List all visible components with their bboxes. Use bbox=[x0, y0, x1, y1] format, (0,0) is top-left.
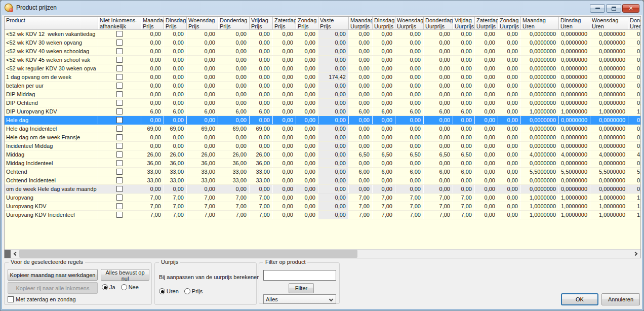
grid-cell[interactable]: 0,00 bbox=[395, 176, 424, 184]
grid-cell[interactable]: 0,00 bbox=[164, 82, 187, 90]
grid-cell[interactable]: 0,00 bbox=[141, 142, 164, 150]
weekend-checkbox[interactable] bbox=[8, 296, 14, 302]
grid-cell[interactable]: 0,00 bbox=[187, 38, 218, 47]
grid-cell[interactable]: 0,00 bbox=[250, 64, 273, 72]
column-header[interactable]: WoensdagUurprijs bbox=[395, 17, 424, 29]
grid-cell[interactable]: 0,00 bbox=[475, 107, 498, 115]
grid-cell[interactable]: 0,00 bbox=[475, 159, 498, 167]
grid-cell[interactable]: 0,0000000 bbox=[559, 30, 590, 38]
grid-cell[interactable]: 0,00 bbox=[395, 73, 424, 81]
grid-cell[interactable]: 0,0000000 bbox=[628, 82, 640, 90]
grid-cell[interactable]: 7,00 bbox=[424, 202, 453, 210]
grid-cell[interactable]: 0,00 bbox=[349, 176, 373, 184]
grid-cell[interactable]: 0,00 bbox=[141, 99, 164, 107]
row-checkbox[interactable] bbox=[116, 83, 123, 89]
grid-cell[interactable]: 0,0000000 bbox=[521, 133, 559, 141]
grid-cell[interactable]: 0,00 bbox=[373, 56, 395, 64]
grid-cell[interactable]: 1,0000000 bbox=[559, 193, 590, 202]
grid-cell[interactable]: 0,00 bbox=[349, 185, 373, 193]
grid-cell[interactable]: 0,00 bbox=[164, 30, 187, 38]
table-row[interactable]: Hele dag Incidenteel69,0069,0069,0069,00… bbox=[5, 125, 640, 133]
grid-cell[interactable]: 0,00 bbox=[187, 73, 218, 81]
grid-cell[interactable]: 0,0000000 bbox=[628, 47, 640, 55]
grid-cell[interactable]: 0,00 bbox=[424, 116, 453, 124]
grid-cell[interactable]: 0,00 bbox=[373, 116, 395, 124]
grid-cell[interactable]: 0,00 bbox=[349, 159, 373, 167]
table-row[interactable]: Middag Incidenteel36,0036,0036,0036,0036… bbox=[5, 159, 640, 168]
grid-cell[interactable]: 0,00 bbox=[164, 116, 187, 124]
grid-cell[interactable]: 0,00 bbox=[318, 56, 349, 64]
grid-cell[interactable]: 0,00 bbox=[318, 107, 349, 115]
grid-cell[interactable]: 0,00 bbox=[395, 99, 424, 107]
grid-cell[interactable]: 0,00 bbox=[453, 99, 475, 107]
grid-cell[interactable]: 0,0000000 bbox=[521, 90, 559, 98]
grid-cell[interactable]: 36,00 bbox=[187, 159, 218, 167]
grid-cell[interactable]: 0,00 bbox=[318, 202, 349, 210]
grid-cell[interactable]: 0,00 bbox=[395, 47, 424, 55]
grid-cell[interactable]: 0,00 bbox=[498, 133, 521, 141]
grid-cell[interactable]: 69,00 bbox=[250, 125, 273, 133]
row-checkbox[interactable] bbox=[116, 177, 123, 183]
grid-cell[interactable]: 0,00 bbox=[424, 82, 453, 90]
grid-cell[interactable]: 0,00 bbox=[141, 56, 164, 64]
grid-cell[interactable]: 0,0000000 bbox=[521, 176, 559, 184]
product-cell[interactable]: Uuropvang KDV bbox=[5, 202, 98, 210]
grid-cell[interactable]: 0,00 bbox=[498, 159, 521, 167]
grid-cell[interactable]: 0,00 bbox=[187, 56, 218, 64]
grid-cell[interactable]: 0,00 bbox=[475, 73, 498, 81]
grid-cell[interactable]: 7,00 bbox=[349, 202, 373, 210]
grid-cell[interactable]: 0,00 bbox=[250, 133, 273, 141]
grid-cell[interactable]: 5,5000000 bbox=[628, 168, 640, 176]
grid-cell[interactable]: 0,0000000 bbox=[559, 133, 590, 141]
grid-cell[interactable]: 0,0000000 bbox=[521, 82, 559, 90]
grid-cell[interactable]: 0,00 bbox=[349, 38, 373, 47]
grid-cell[interactable]: 7,00 bbox=[453, 193, 475, 202]
grid-cell[interactable]: 0,00 bbox=[187, 90, 218, 98]
grid-cell[interactable]: 0,00 bbox=[187, 142, 218, 150]
grid-cell[interactable]: 0,00 bbox=[373, 73, 395, 81]
grid-cell[interactable]: 33,00 bbox=[218, 168, 250, 176]
table-row[interactable]: DIP Middag0,000,000,000,000,000,000,000,… bbox=[5, 90, 640, 99]
grid-cell[interactable]: 0,00 bbox=[395, 30, 424, 38]
grid-cell[interactable]: 1,0000000 bbox=[521, 193, 559, 202]
grid-cell[interactable]: 0,00 bbox=[318, 133, 349, 141]
grid-cell[interactable]: 0,00 bbox=[318, 150, 349, 159]
grid-cell[interactable]: 6,00 bbox=[453, 168, 475, 176]
grid-cell[interactable]: 0,00 bbox=[273, 56, 296, 64]
grid-cell[interactable]: 0,00 bbox=[296, 38, 318, 47]
maximize-button[interactable] bbox=[606, 4, 621, 13]
grid-cell[interactable]: 33,00 bbox=[141, 176, 164, 184]
grid-cell[interactable]: 0,00 bbox=[395, 185, 424, 193]
column-header[interactable]: ZondagPrijs bbox=[296, 17, 318, 29]
grid-cell[interactable]: 36,00 bbox=[218, 159, 250, 167]
grid-cell[interactable]: 6,00 bbox=[453, 107, 475, 115]
grid-cell[interactable]: 6,50 bbox=[373, 150, 395, 159]
grid-cell[interactable]: 1,0000000 bbox=[628, 107, 640, 115]
grid-cell[interactable]: 33,00 bbox=[141, 168, 164, 176]
column-header[interactable]: ZaterdagPrijs bbox=[273, 17, 296, 29]
grid-cell[interactable]: 0,00 bbox=[349, 90, 373, 98]
grid-cell[interactable]: 0,00 bbox=[141, 64, 164, 72]
grid-cell[interactable]: 0,00 bbox=[349, 47, 373, 55]
grid-cell[interactable]: 0,0000000 bbox=[521, 185, 559, 193]
grid-cell[interactable]: 1,0000000 bbox=[628, 202, 640, 210]
grid-cell[interactable]: 0,00 bbox=[498, 142, 521, 150]
table-row[interactable]: <52 wk KDV 40 weken schooldag0,000,000,0… bbox=[5, 47, 640, 56]
grid-cell[interactable]: 5,5000000 bbox=[590, 168, 628, 176]
grid-cell[interactable]: 0,00 bbox=[273, 125, 296, 133]
grid-cell[interactable]: 0,0000000 bbox=[628, 176, 640, 184]
grid-cell[interactable]: 0,00 bbox=[250, 82, 273, 90]
table-row[interactable]: Middag26,0026,0026,0026,0026,000,000,000… bbox=[5, 150, 640, 159]
grid-cell[interactable]: 174,42 bbox=[318, 73, 349, 81]
grid-cell[interactable]: 0,00 bbox=[424, 56, 453, 64]
grid-cell[interactable]: 0,00 bbox=[273, 107, 296, 115]
grid-cell[interactable]: 1,0000000 bbox=[521, 107, 559, 115]
column-header[interactable]: VastePrijs bbox=[318, 17, 349, 29]
grid-cell[interactable]: 0,0000000 bbox=[559, 159, 590, 167]
product-cell[interactable]: Middag bbox=[5, 150, 98, 159]
grid-cell[interactable]: 0,0000000 bbox=[559, 82, 590, 90]
row-checkbox[interactable] bbox=[116, 212, 123, 218]
grid-cell[interactable]: 0,0000000 bbox=[590, 82, 628, 90]
grid-cell[interactable]: 0,00 bbox=[318, 47, 349, 55]
grid-cell[interactable]: 4,0000000 bbox=[559, 150, 590, 159]
